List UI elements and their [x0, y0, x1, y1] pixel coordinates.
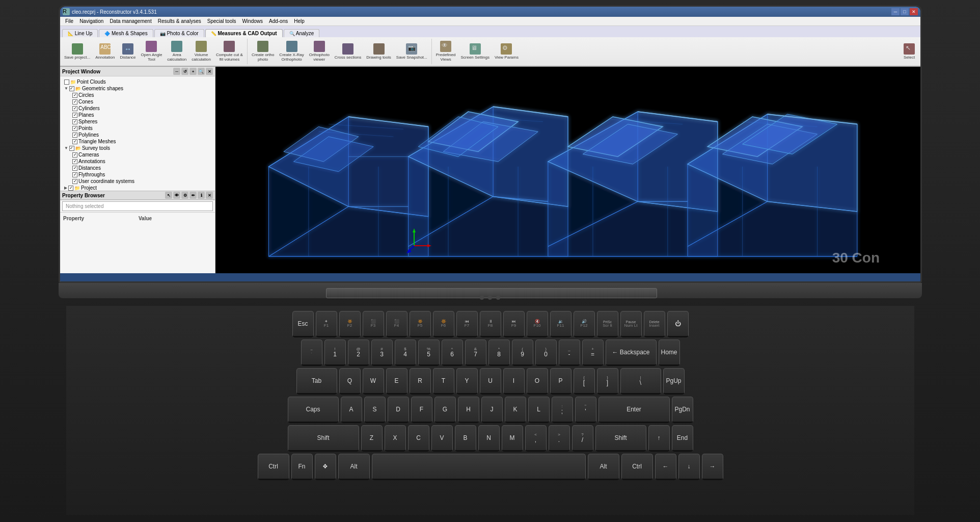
- tree-item-points[interactable]: ✓ Points: [62, 125, 213, 132]
- key-w[interactable]: W: [363, 368, 384, 395]
- project-search-icon[interactable]: 🔍: [198, 68, 205, 75]
- key-up[interactable]: ↑: [648, 425, 670, 452]
- tree-item-distances[interactable]: ✓ Distances: [62, 165, 213, 171]
- pb-close-icon[interactable]: ✕: [206, 192, 213, 199]
- menu-help[interactable]: Help: [291, 17, 308, 25]
- cb-points[interactable]: ✓: [72, 126, 77, 131]
- tree-item-flythroughs[interactable]: ✓ Flythroughs: [62, 171, 213, 178]
- project-add-icon[interactable]: +: [189, 68, 197, 75]
- cb-cones[interactable]: ✓: [72, 99, 77, 105]
- key-f9[interactable]: ⏭F9: [503, 311, 525, 337]
- key-home[interactable]: Home: [659, 340, 680, 366]
- maximize-button[interactable]: □: [901, 8, 909, 15]
- key-pgup[interactable]: PgUp: [663, 368, 685, 395]
- key-f5[interactable]: 🔅F5: [410, 311, 431, 337]
- menu-file[interactable]: File: [62, 17, 76, 25]
- key-rctrl[interactable]: Ctrl: [621, 454, 653, 480]
- key-f6[interactable]: 🔆F6: [433, 311, 454, 337]
- key-end[interactable]: End: [672, 425, 693, 452]
- area-calc-button[interactable]: Areacalculation: [165, 40, 188, 63]
- key-r[interactable]: R: [410, 368, 431, 395]
- cb-cameras[interactable]: ✓: [72, 152, 77, 158]
- key-f1[interactable]: ✦F1: [316, 311, 337, 337]
- key-esc[interactable]: Esc: [292, 311, 314, 337]
- viewport-3d[interactable]: 30 Con: [215, 67, 920, 281]
- view-params-button[interactable]: ⚙ View Params: [493, 42, 521, 61]
- key-win[interactable]: ❖: [315, 454, 336, 480]
- key-f3[interactable]: ⬛F3: [363, 311, 384, 337]
- compute-button[interactable]: Compute cut &fill volumes: [214, 40, 245, 63]
- tree-item-triangle-meshes[interactable]: ✓ Triangle Meshes: [62, 138, 213, 145]
- key-ralt[interactable]: Alt: [588, 454, 619, 480]
- annotation-button[interactable]: ABC Annotation: [93, 42, 117, 61]
- key-0[interactable]: )0: [535, 340, 557, 366]
- key-comma[interactable]: <,: [525, 425, 547, 452]
- orthophoto-viewer-button[interactable]: Orthophotoviewer: [307, 40, 332, 63]
- key-right[interactable]: →: [702, 454, 723, 480]
- key-equals[interactable]: +=: [582, 340, 604, 366]
- key-9[interactable]: (9: [512, 340, 533, 366]
- xray-button[interactable]: Create X-RayOrthophoto: [277, 40, 306, 63]
- close-button[interactable]: ✕: [910, 8, 918, 15]
- tab-analyze[interactable]: 🔍 Analyze: [284, 29, 320, 37]
- distance-button[interactable]: ↔ Distance: [118, 42, 138, 61]
- key-power[interactable]: ⏻: [667, 311, 689, 337]
- tree-checkbox-geometric[interactable]: ✓: [69, 86, 74, 91]
- tree-item-annotations[interactable]: ✓ Annotations: [62, 158, 213, 165]
- key-minus[interactable]: _-: [559, 340, 580, 366]
- pb-filter-icon[interactable]: ⚙: [181, 192, 188, 199]
- tab-mesh[interactable]: 🔷 Mesh & Shapes: [99, 29, 153, 37]
- key-y[interactable]: Y: [456, 368, 478, 395]
- drawing-tools-button[interactable]: Drawing tools: [364, 42, 393, 61]
- key-t[interactable]: T: [433, 368, 454, 395]
- pb-info-icon[interactable]: ℹ: [198, 192, 205, 199]
- key-7[interactable]: &7: [465, 340, 486, 366]
- key-f10[interactable]: 🔇F10: [527, 311, 548, 337]
- key-pause[interactable]: PauseNum Lt: [620, 311, 642, 337]
- key-4[interactable]: $4: [395, 340, 416, 366]
- project-refresh-icon[interactable]: ↺: [181, 68, 188, 75]
- key-b[interactable]: B: [455, 425, 476, 452]
- tree-item-cameras[interactable]: ✓ Cameras: [62, 151, 213, 158]
- screen-settings-button[interactable]: 🖥 Screen Settings: [458, 42, 491, 61]
- key-rshift[interactable]: Shift: [595, 425, 646, 452]
- key-backspace[interactable]: ← Backspace: [606, 340, 657, 366]
- menu-special-tools[interactable]: Special tools: [204, 17, 239, 25]
- cb-polylines[interactable]: ✓: [72, 133, 77, 138]
- key-down[interactable]: ↓: [678, 454, 700, 480]
- cb-planes[interactable]: ✓: [72, 113, 77, 118]
- key-8[interactable]: *8: [488, 340, 510, 366]
- key-c[interactable]: C: [408, 425, 429, 452]
- cb-flythroughs[interactable]: ✓: [72, 172, 77, 177]
- key-3[interactable]: #3: [371, 340, 393, 366]
- key-h[interactable]: H: [458, 397, 479, 423]
- key-f4[interactable]: ⬛F4: [386, 311, 407, 337]
- cb-survey[interactable]: ✓: [69, 146, 74, 151]
- key-tab[interactable]: Tab: [296, 368, 337, 395]
- key-f8[interactable]: ⏸F8: [480, 311, 501, 337]
- key-period[interactable]: >.: [549, 425, 570, 452]
- key-lctrl[interactable]: Ctrl: [258, 454, 289, 480]
- key-backslash[interactable]: |\: [620, 368, 661, 395]
- key-a[interactable]: A: [341, 397, 362, 423]
- tree-item-survey-tools[interactable]: ▼ ✓ 📂 Survey tools: [62, 145, 213, 151]
- key-e[interactable]: E: [386, 368, 407, 395]
- key-caps[interactable]: Caps: [288, 397, 339, 423]
- key-prtsc[interactable]: PrtScScr It: [597, 311, 618, 337]
- key-space[interactable]: [372, 454, 586, 480]
- minimize-button[interactable]: ─: [891, 8, 900, 15]
- key-j[interactable]: J: [481, 397, 503, 423]
- tree-item-polylines[interactable]: ✓ Polylines: [62, 132, 213, 138]
- tab-lineup[interactable]: 📐 Line Up: [62, 29, 98, 37]
- key-v[interactable]: V: [431, 425, 453, 452]
- angle-tool-button[interactable]: Open AngleTool: [139, 40, 165, 63]
- tree-item-spheres[interactable]: ✓ Spheres: [62, 118, 213, 125]
- key-lshift[interactable]: Shift: [288, 425, 359, 452]
- key-f[interactable]: F: [411, 397, 432, 423]
- key-left[interactable]: ←: [655, 454, 676, 480]
- key-6[interactable]: ^6: [442, 340, 463, 366]
- create-ortho-button[interactable]: Create orthophoto: [250, 40, 276, 63]
- pb-select-icon[interactable]: ↖: [165, 192, 172, 199]
- key-lalt[interactable]: Alt: [338, 454, 370, 480]
- tree-checkbox-point-clouds[interactable]: [64, 80, 69, 85]
